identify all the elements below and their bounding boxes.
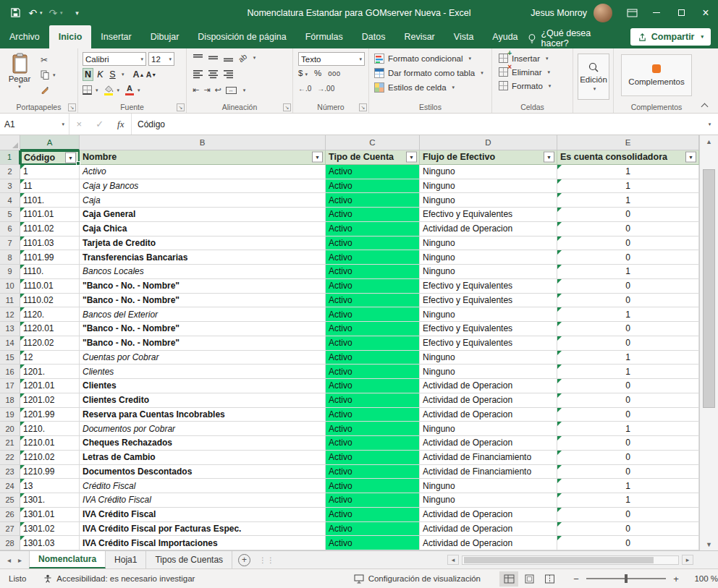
cell-d23[interactable]: Actividad de Financiamiento — [420, 465, 557, 480]
cell-a22[interactable]: 1210.02 — [20, 451, 80, 465]
percent-format-icon[interactable]: % — [314, 69, 321, 77]
cell-c20[interactable]: Activo — [326, 422, 420, 436]
row-header-14[interactable]: 14 — [0, 336, 20, 351]
select-all-corner[interactable] — [0, 135, 20, 150]
cell-d17[interactable]: Actividad de Operacion — [420, 379, 557, 393]
cell-d7[interactable]: Ninguno — [420, 237, 557, 251]
cell-e28[interactable]: 0 — [557, 536, 699, 550]
tab-splitter-grip[interactable]: ⋮⋮ — [259, 551, 275, 568]
row-header-6[interactable]: 6 — [0, 222, 20, 237]
row-header-11[interactable]: 11 — [0, 294, 20, 308]
borders-icon[interactable]: ▾ — [83, 84, 98, 96]
undo-icon[interactable]: ↶▾ — [26, 3, 45, 23]
ribbon-tab-datos[interactable]: Datos — [352, 25, 395, 48]
scroll-left-icon[interactable]: ◂ — [447, 555, 459, 565]
cell-c11[interactable]: Activo — [326, 294, 420, 308]
cell-c22[interactable]: Activo — [326, 451, 420, 465]
close-button[interactable]: × — [693, 0, 718, 25]
cell-a24[interactable]: 13 — [20, 479, 80, 493]
cell-a9[interactable]: 1110. — [20, 265, 80, 279]
sheet-tab-nomenclatura[interactable]: Nomenclatura — [29, 551, 106, 568]
cell-c14[interactable]: Activo — [326, 336, 420, 351]
align-left-icon[interactable] — [193, 69, 203, 79]
cell-e25[interactable]: 1 — [557, 493, 699, 508]
zoom-out-icon[interactable]: − — [572, 574, 580, 584]
cell-c9[interactable]: Activo — [326, 265, 420, 279]
row-header-7[interactable]: 7 — [0, 237, 20, 251]
align-center-icon[interactable] — [208, 69, 219, 79]
cell-b16[interactable]: Clientes — [80, 365, 326, 379]
cell-c24[interactable]: Activo — [326, 479, 420, 493]
orientation-caret-icon[interactable]: ▾ — [253, 55, 256, 61]
cut-icon[interactable]: ✂ — [41, 54, 56, 66]
cell-a6[interactable]: 1101.02 — [20, 222, 80, 237]
cell-d14[interactable]: Efectivo y Equivalentes — [420, 336, 557, 351]
qat-customize-icon[interactable]: ▾ — [67, 3, 85, 23]
cell-d24[interactable]: Ninguno — [420, 479, 557, 493]
zoom-slider-thumb[interactable] — [625, 574, 628, 583]
cell-a14[interactable]: 1120.02 — [20, 336, 80, 351]
display-settings[interactable]: Configuración de visualización — [354, 574, 481, 584]
number-dialog-launcher-icon[interactable]: ↘ — [359, 103, 367, 111]
formula-bar-expand-icon[interactable]: ▾ — [699, 114, 718, 135]
cell-c19[interactable]: Activo — [326, 408, 420, 422]
cell-b14[interactable]: "Banco - No. - Nombre" — [80, 336, 326, 351]
vertical-scroll-track[interactable] — [700, 148, 718, 538]
row-header-5[interactable]: 5 — [0, 208, 20, 222]
row-header-3[interactable]: 3 — [0, 179, 20, 194]
horizontal-scrollbar[interactable]: ◂ ▸ — [447, 551, 718, 568]
cell-d21[interactable]: Actividad de Operacion — [420, 436, 557, 451]
cell-d20[interactable]: Ninguno — [420, 422, 557, 436]
cell-d16[interactable]: Ninguno — [420, 365, 557, 379]
header-es-cuenta-consolidadora[interactable]: Es cuenta consolidadora▼ — [557, 150, 699, 165]
cell-c3[interactable]: Activo — [326, 179, 420, 194]
conditional-formatting-button[interactable]: Formato condicional▾ — [374, 54, 483, 64]
ribbon-tab-ayuda[interactable]: Ayuda — [483, 25, 527, 48]
decrease-indent-icon[interactable]: ⇤ — [193, 85, 199, 95]
cell-e2[interactable]: 1 — [557, 165, 699, 179]
save-icon[interactable] — [6, 3, 25, 23]
ribbon-tab-inicio[interactable]: Inicio — [49, 25, 92, 48]
cell-a10[interactable]: 1110.01 — [20, 279, 80, 294]
name-box[interactable]: A1 ▾ — [0, 114, 69, 135]
row-header-10[interactable]: 10 — [0, 279, 20, 294]
copy-icon[interactable]: ▾ — [41, 69, 56, 81]
cell-a18[interactable]: 1201.02 — [20, 393, 80, 408]
row-header-19[interactable]: 19 — [0, 408, 20, 422]
cell-b25[interactable]: IVA Crédito Fiscal — [80, 493, 326, 508]
cell-a13[interactable]: 1120.01 — [20, 322, 80, 336]
cell-b9[interactable]: Bancos Locales — [80, 265, 326, 279]
ribbon-display-options-icon[interactable] — [620, 0, 644, 25]
format-cells-button[interactable]: Formato▾ — [499, 81, 551, 90]
cell-d5[interactable]: Efectivo y Equivalentes — [420, 208, 557, 222]
cell-e20[interactable]: 1 — [557, 422, 699, 436]
filter-icon[interactable]: ▼ — [312, 152, 323, 163]
cell-e24[interactable]: 1 — [557, 479, 699, 493]
row-header-4[interactable]: 4 — [0, 193, 20, 208]
collapse-ribbon-icon[interactable] — [698, 99, 711, 109]
horizontal-scroll-track[interactable] — [462, 555, 679, 565]
row-header-1[interactable]: 1 — [0, 150, 20, 165]
cell-e5[interactable]: 0 — [557, 208, 699, 222]
cell-a3[interactable]: 11 — [20, 179, 80, 194]
scroll-down-icon[interactable]: ▼ — [700, 538, 718, 550]
orientation-icon[interactable]: ab — [237, 52, 249, 64]
align-bottom-icon[interactable] — [223, 54, 234, 62]
cell-d18[interactable]: Actividad de Operacion — [420, 393, 557, 408]
cell-e10[interactable]: 0 — [557, 279, 699, 294]
cancel-entry-icon[interactable]: × — [77, 119, 83, 129]
cell-b20[interactable]: Documentos por Cobrar — [80, 422, 326, 436]
header-nombre[interactable]: Nombre▼ — [80, 150, 326, 165]
cell-a19[interactable]: 1201.99 — [20, 408, 80, 422]
cell-e14[interactable]: 0 — [557, 336, 699, 351]
cell-c26[interactable]: Activo — [326, 508, 420, 522]
decrease-font-icon[interactable]: A▼ — [145, 68, 156, 81]
new-sheet-icon[interactable]: + — [238, 554, 250, 566]
row-header-22[interactable]: 22 — [0, 451, 20, 465]
cell-d28[interactable]: Actividad de Operacion — [420, 536, 557, 550]
cell-e17[interactable]: 0 — [557, 379, 699, 393]
cell-b2[interactable]: Activo — [80, 165, 326, 179]
avatar[interactable] — [594, 4, 612, 22]
filter-icon[interactable]: ▼ — [406, 152, 417, 163]
sheet-tab-tipos-de-cuentas[interactable]: Tipos de Cuentas — [146, 551, 232, 568]
